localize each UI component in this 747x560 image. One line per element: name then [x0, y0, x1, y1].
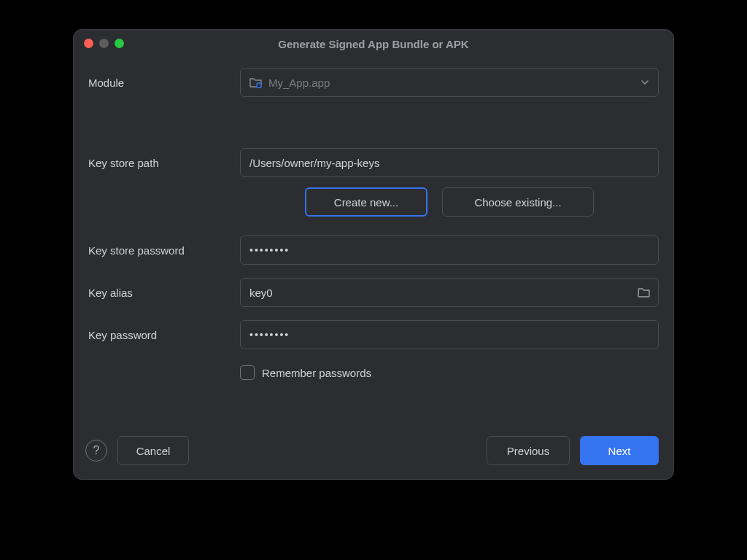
minimize-window-button[interactable] [99, 39, 109, 48]
module-select[interactable]: My_App.app [240, 68, 659, 97]
create-new-button[interactable]: Create new... [305, 187, 427, 217]
zoom-window-button[interactable] [115, 39, 124, 48]
window-controls [84, 39, 124, 48]
key-alias-value: key0 [249, 287, 273, 299]
module-label: Module [88, 77, 240, 89]
key-alias-label: Key alias [88, 287, 240, 299]
choose-existing-button[interactable]: Choose existing... [442, 187, 594, 217]
key-alias-input[interactable]: key0 [240, 278, 659, 307]
key-store-password-label: Key store password [88, 244, 240, 257]
module-folder-icon [249, 77, 263, 88]
previous-button[interactable]: Previous [487, 436, 570, 465]
key-store-password-value: •••••••• [249, 244, 290, 256]
next-button[interactable]: Next [580, 436, 659, 465]
dialog-body: Module My_App.app Key s [74, 58, 673, 427]
dialog-footer: ? Cancel Previous Next [74, 427, 673, 479]
remember-passwords-label: Remember passwords [262, 367, 371, 379]
help-button[interactable]: ? [85, 440, 107, 462]
key-store-path-input[interactable]: /Users/owner/my-app-keys [240, 148, 659, 177]
module-value: My_App.app [268, 77, 330, 89]
key-password-input[interactable]: •••••••• [240, 320, 659, 349]
remember-passwords-checkbox[interactable] [240, 365, 255, 380]
key-store-path-value: /Users/owner/my-app-keys [249, 157, 379, 169]
titlebar: Generate Signed App Bundle or APK [74, 30, 673, 58]
browse-alias-button[interactable] [638, 287, 651, 298]
key-store-path-label: Key store path [88, 157, 240, 169]
svg-rect-0 [257, 83, 261, 88]
dialog-title: Generate Signed App Bundle or APK [278, 38, 468, 50]
cancel-button[interactable]: Cancel [117, 436, 189, 465]
key-password-value: •••••••• [249, 329, 290, 341]
key-password-label: Key password [88, 329, 240, 341]
close-window-button[interactable] [84, 39, 93, 48]
chevron-down-icon [640, 78, 649, 87]
signing-dialog: Generate Signed App Bundle or APK Module… [73, 29, 674, 480]
key-store-password-input[interactable]: •••••••• [240, 236, 659, 265]
